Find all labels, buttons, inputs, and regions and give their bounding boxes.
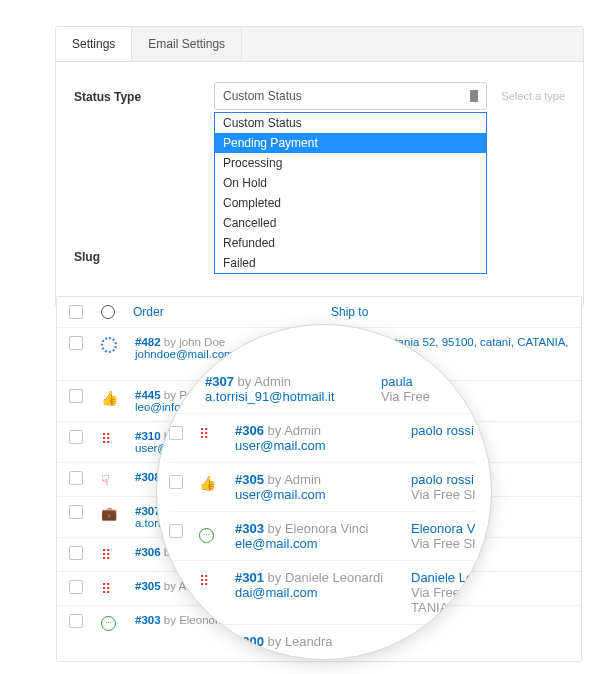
row-checkbox[interactable] bbox=[69, 336, 83, 350]
order-email[interactable]: user@mail.com bbox=[235, 487, 326, 502]
status-type-label: Status Type bbox=[74, 82, 214, 104]
order-number[interactable]: #305 bbox=[235, 472, 264, 487]
order-number[interactable]: #303 bbox=[135, 614, 161, 626]
row-checkbox[interactable] bbox=[69, 471, 83, 485]
order-email[interactable]: ele@mail.com bbox=[235, 536, 318, 551]
status-briefcase-icon: 💼 bbox=[101, 506, 117, 521]
status-option[interactable]: Completed bbox=[215, 193, 486, 213]
tab-email-settings[interactable]: Email Settings bbox=[132, 27, 242, 61]
status-type-selected: Custom Status bbox=[223, 89, 302, 103]
status-option[interactable]: On Hold bbox=[215, 173, 486, 193]
status-type-dropdown: Custom Status Pending Payment Processing… bbox=[214, 112, 487, 274]
order-email[interactable]: dai@mail.com bbox=[235, 585, 318, 600]
column-order[interactable]: Order bbox=[133, 305, 313, 319]
status-option[interactable]: Refunded bbox=[215, 233, 486, 253]
order-number[interactable]: #307 bbox=[205, 374, 234, 389]
settings-panel: Settings Email Settings Status Type Cust… bbox=[55, 26, 584, 307]
order-number[interactable]: #306 bbox=[235, 423, 264, 438]
status-thumb-icon: 👍 bbox=[199, 475, 216, 491]
ship-method: Via Free Shipp bbox=[411, 536, 475, 551]
row-checkbox[interactable] bbox=[69, 505, 83, 519]
row-checkbox[interactable] bbox=[69, 389, 83, 403]
ship-method: Via Free bbox=[381, 389, 430, 404]
status-cubes-icon: ⠿ bbox=[199, 573, 209, 589]
ship-method: Via Free bbox=[411, 585, 460, 600]
status-column-icon bbox=[101, 305, 115, 319]
order-by: Eleonora Vinci bbox=[285, 521, 369, 536]
status-option[interactable]: Custom Status bbox=[215, 113, 486, 133]
ship-to: paolo rossi, bbox=[411, 423, 475, 438]
tabs: Settings Email Settings bbox=[56, 27, 583, 62]
status-cubes-icon: ⠿ bbox=[199, 426, 209, 442]
select-chevron-icon: ▴▾ bbox=[473, 87, 478, 105]
ship-method: Via Free Shipping bbox=[411, 487, 475, 502]
row-checkbox[interactable] bbox=[69, 614, 83, 628]
ship-to: Daniele Le bbox=[411, 570, 473, 585]
status-cubes-icon: ⠿ bbox=[101, 581, 111, 597]
order-by: Daniele Leonardi bbox=[285, 570, 383, 585]
row-checkbox[interactable] bbox=[169, 426, 183, 440]
row-checkbox[interactable] bbox=[69, 580, 83, 594]
order-by: Admin bbox=[254, 374, 291, 389]
column-ship-to[interactable]: Ship to bbox=[331, 305, 368, 319]
order-by: Leandra bbox=[285, 634, 333, 649]
status-pending-icon: ⋯ bbox=[199, 528, 214, 543]
order-number[interactable]: #306 bbox=[135, 546, 161, 558]
select-all-checkbox[interactable] bbox=[69, 305, 83, 319]
status-pending-icon: ⋯ bbox=[101, 616, 116, 631]
orders-header: Order Ship to bbox=[57, 297, 581, 327]
status-hand-icon: ☟ bbox=[101, 472, 110, 488]
order-email[interactable]: a.torrisi_91@hotmail.it bbox=[205, 389, 335, 404]
status-processing-icon bbox=[101, 337, 117, 353]
ship-to: paula bbox=[381, 374, 413, 389]
status-cubes-icon: ⠿ bbox=[101, 431, 111, 447]
order-number[interactable]: #445 bbox=[135, 389, 161, 401]
ship-to: Eleonora Vinci bbox=[411, 521, 475, 536]
row-checkbox[interactable] bbox=[69, 546, 83, 560]
status-cubes-icon: ⠿ bbox=[101, 547, 111, 563]
tab-settings[interactable]: Settings bbox=[56, 27, 132, 61]
magnifier: #307 by Admin a.torrisi_91@hotmail.it pa… bbox=[156, 324, 492, 660]
ship-to: paolo rossi, via bbox=[411, 472, 475, 487]
order-email[interactable]: user@mail.com bbox=[235, 438, 326, 453]
row-checkbox[interactable] bbox=[169, 524, 183, 538]
order-by: Admin bbox=[284, 472, 321, 487]
status-option[interactable]: Pending Payment bbox=[215, 133, 486, 153]
status-option[interactable]: Failed bbox=[215, 253, 486, 273]
order-number[interactable]: #301 bbox=[235, 570, 264, 585]
status-thumb-icon: 👍 bbox=[101, 390, 118, 406]
status-option[interactable]: Processing bbox=[215, 153, 486, 173]
row-checkbox[interactable] bbox=[69, 430, 83, 444]
order-number[interactable]: #305 bbox=[135, 580, 161, 592]
order-by: john Doe bbox=[179, 336, 225, 348]
row-checkbox[interactable] bbox=[169, 475, 183, 489]
order-by: Admin bbox=[284, 423, 321, 438]
slug-label: Slug bbox=[74, 242, 214, 264]
status-type-select[interactable]: Custom Status ▴▾ bbox=[214, 82, 487, 110]
order-number[interactable]: #482 bbox=[135, 336, 161, 348]
status-type-helper: Select a type bbox=[501, 82, 565, 102]
order-email[interactable]: johndoe@mail.com bbox=[135, 348, 234, 360]
order-number[interactable]: #303 bbox=[235, 521, 264, 536]
status-option[interactable]: Cancelled bbox=[215, 213, 486, 233]
order-number[interactable]: #310 bbox=[135, 430, 161, 442]
